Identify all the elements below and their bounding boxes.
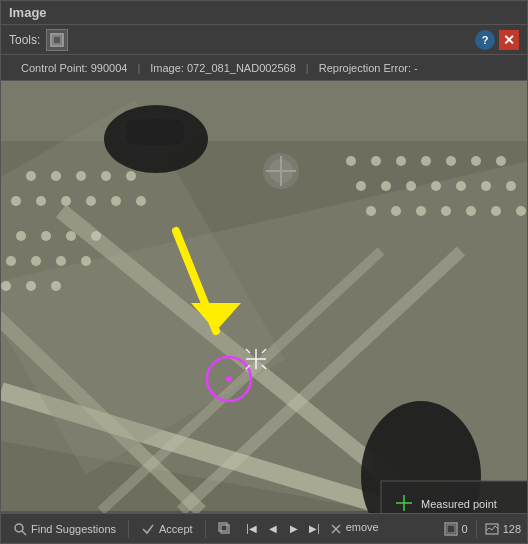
svg-point-83 — [15, 524, 23, 532]
svg-point-11 — [51, 171, 61, 181]
find-suggestions-label: Find Suggestions — [31, 523, 116, 535]
svg-rect-86 — [219, 523, 227, 531]
find-suggestions-icon — [13, 522, 27, 536]
copy-icon — [218, 522, 232, 536]
svg-point-15 — [11, 196, 21, 206]
accept-label: Accept — [159, 523, 193, 535]
svg-point-17 — [61, 196, 71, 206]
first-button[interactable]: |◀ — [242, 519, 262, 539]
status-right: 0 128 — [444, 520, 521, 538]
svg-point-16 — [36, 196, 46, 206]
svg-point-67 — [226, 376, 232, 382]
svg-point-20 — [136, 196, 146, 206]
tools-label: Tools: — [9, 33, 40, 47]
find-suggestions-button[interactable]: Find Suggestions — [7, 518, 122, 540]
svg-point-28 — [356, 181, 366, 191]
accept-button[interactable]: Accept — [135, 518, 199, 540]
svg-point-23 — [396, 156, 406, 166]
frame-count: 0 — [444, 522, 468, 536]
control-point-info: Control Point: 990004 — [11, 62, 137, 74]
window-title: Image — [9, 5, 47, 20]
toolbar: Tools: ? ✕ — [1, 25, 527, 55]
title-bar: Image — [1, 1, 527, 25]
svg-point-22 — [371, 156, 381, 166]
next-button[interactable]: ▶ — [284, 519, 304, 539]
svg-point-39 — [466, 206, 476, 216]
reprojection-info: Reprojection Error: - — [309, 62, 428, 74]
svg-rect-90 — [447, 525, 455, 533]
last-button[interactable]: ▶| — [305, 519, 325, 539]
svg-point-12 — [76, 171, 86, 181]
svg-point-49 — [81, 256, 91, 266]
svg-point-27 — [496, 156, 506, 166]
separator-3 — [476, 520, 477, 538]
select-tool-button[interactable] — [46, 29, 68, 51]
svg-point-31 — [431, 181, 441, 191]
accept-icon — [141, 522, 155, 536]
image-count-icon — [485, 522, 499, 536]
image-window: Image Tools: ? ✕ Control Point: 990004 |… — [0, 0, 528, 544]
close-button[interactable]: ✕ — [499, 30, 519, 50]
info-bar: Control Point: 990004 | Image: 072_081_N… — [1, 55, 527, 81]
separator-2 — [205, 520, 206, 538]
svg-point-10 — [26, 171, 36, 181]
svg-point-35 — [366, 206, 376, 216]
svg-point-43 — [41, 231, 51, 241]
svg-point-32 — [456, 181, 466, 191]
svg-point-42 — [16, 231, 26, 241]
svg-point-24 — [421, 156, 431, 166]
svg-point-38 — [441, 206, 451, 216]
prev-button[interactable]: ◀ — [263, 519, 283, 539]
remove-label: emove — [329, 521, 379, 535]
svg-point-48 — [56, 256, 66, 266]
navigation-controls: |◀ ◀ ▶ ▶| — [242, 519, 325, 539]
count-128: 128 — [503, 523, 521, 535]
svg-point-50 — [1, 281, 11, 291]
svg-point-52 — [51, 281, 61, 291]
svg-point-46 — [6, 256, 16, 266]
svg-point-18 — [86, 196, 96, 206]
svg-point-13 — [101, 171, 111, 181]
svg-point-29 — [381, 181, 391, 191]
separator-1 — [128, 520, 129, 538]
svg-text:Measured point: Measured point — [421, 498, 497, 510]
svg-point-26 — [471, 156, 481, 166]
svg-point-21 — [346, 156, 356, 166]
image-area[interactable]: Measured point Projected point Suggested… — [1, 81, 527, 513]
svg-rect-85 — [221, 525, 229, 533]
help-button[interactable]: ? — [475, 30, 495, 50]
svg-point-41 — [516, 206, 526, 216]
aerial-image-svg: Measured point Projected point Suggested… — [1, 81, 527, 513]
frame-icon — [444, 522, 458, 536]
svg-point-33 — [481, 181, 491, 191]
status-bar: Find Suggestions Accept |◀ ◀ ▶ ▶| — [1, 513, 527, 543]
svg-point-34 — [506, 181, 516, 191]
svg-point-45 — [91, 231, 101, 241]
svg-point-51 — [26, 281, 36, 291]
svg-point-36 — [391, 206, 401, 216]
copy-button[interactable] — [212, 518, 238, 540]
svg-point-40 — [491, 206, 501, 216]
image-info: Image: 072_081_NAD002568 — [140, 62, 306, 74]
svg-line-84 — [22, 531, 26, 535]
remove-icon — [329, 522, 343, 536]
svg-rect-55 — [126, 119, 184, 145]
svg-point-25 — [446, 156, 456, 166]
svg-point-47 — [31, 256, 41, 266]
svg-point-19 — [111, 196, 121, 206]
image-count: 128 — [485, 522, 521, 536]
svg-rect-1 — [53, 36, 61, 44]
svg-point-37 — [416, 206, 426, 216]
select-tool-icon — [50, 33, 64, 47]
svg-point-44 — [66, 231, 76, 241]
svg-point-14 — [126, 171, 136, 181]
count-zero: 0 — [462, 523, 468, 535]
svg-point-30 — [406, 181, 416, 191]
